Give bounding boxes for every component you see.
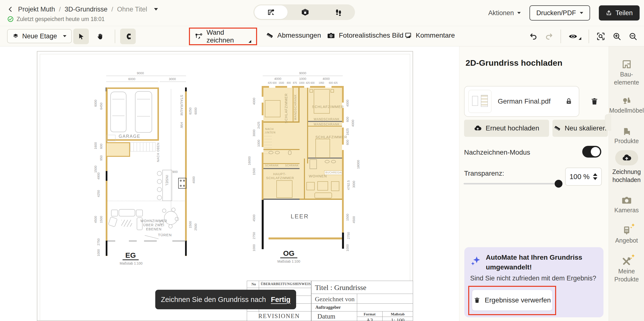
pan-tool-button[interactable] <box>92 29 108 44</box>
camera-icon <box>327 32 335 39</box>
room-label-line: ÜBER ZWEI <box>139 223 169 227</box>
nightstand-glyph <box>310 89 313 93</box>
transparency-slider[interactable] <box>464 183 560 184</box>
sidebar-item-produkte[interactable]: Produkte <box>609 126 644 145</box>
visibility-button[interactable] <box>568 33 581 40</box>
wall-draw-button[interactable]: Wand zeichnen <box>195 29 251 44</box>
window-gap <box>342 145 344 150</box>
back-chevron-icon[interactable] <box>7 6 14 13</box>
zoom-in-icon[interactable] <box>612 32 621 41</box>
plan-2d-icon <box>267 8 275 16</box>
sidebar-item-modellmoebel[interactable]: Modellmöbel <box>609 95 644 115</box>
dimension-line <box>160 82 186 82</box>
top-header: Projekt Muth / 3D-Grundrisse / Ohne Tite… <box>0 0 644 26</box>
comments-button[interactable]: Kommentare <box>404 32 455 39</box>
share-button[interactable]: Teilen <box>599 5 640 21</box>
dimension-label: 600 <box>99 144 103 149</box>
panel-collapse-handle[interactable] <box>605 114 611 130</box>
cloud-upload-icon <box>622 153 632 163</box>
reupload-button[interactable]: Erneut hochladen <box>464 120 549 137</box>
trace-mode-label: Nachzeichnen-Modus <box>464 149 530 156</box>
room-label-leer: LEER <box>288 213 312 220</box>
toast-done-link[interactable]: Fertig <box>271 295 290 304</box>
file-thumbnail <box>468 90 492 113</box>
spinner-up-icon[interactable] <box>593 173 597 176</box>
zoom-fit-icon[interactable] <box>596 32 605 41</box>
breadcrumb-project[interactable]: Projekt Muth <box>18 6 55 13</box>
select-tool-button[interactable] <box>73 29 89 44</box>
room-label-line: EBENEN <box>139 227 169 231</box>
sidebar-item-bauelemente[interactable]: Bau- elemente <box>609 59 644 87</box>
automate-title: AutoMate hat Ihren Grundriss umgewandelt… <box>486 253 582 272</box>
chair-glyph <box>157 187 162 192</box>
new-floor-dropdown[interactable]: Neue Etage <box>7 29 72 43</box>
delete-file-icon[interactable] <box>590 97 598 106</box>
panel-title: 2D-Grundriss hochladen <box>466 58 562 68</box>
transparency-label: Transparenz: <box>464 170 504 177</box>
dimension-label: 2425 <box>257 122 260 129</box>
undo-icon[interactable] <box>529 32 538 41</box>
breadcrumb-section[interactable]: 3D-Grundrisse <box>65 6 108 13</box>
breadcrumb-title[interactable]: Ohne Titel <box>117 6 147 13</box>
transparency-spinner[interactable]: 100 % <box>565 168 602 186</box>
right-sidebar: Bau- elemente Modellmöbel Produkte Zeich… <box>608 47 644 321</box>
sidebar-item-kameras[interactable]: Kameras <box>609 195 644 214</box>
room-label-line: HAUPT- <box>266 172 294 176</box>
snap-magnet-button[interactable] <box>120 29 136 44</box>
og-bottom-wall <box>268 237 342 239</box>
actions-menu-button[interactable]: Aktionen <box>488 9 521 17</box>
chair-glyph <box>157 179 162 184</box>
dimension-label: 4000 <box>270 77 285 81</box>
view-3d-button[interactable] <box>288 5 322 20</box>
transparency-slider-knob[interactable] <box>555 180 562 188</box>
discard-annotation-box: Ergebnisse verwerfen <box>468 286 556 315</box>
furniture-icon <box>622 95 632 106</box>
sidebar-item-label: Kameras <box>609 206 644 214</box>
shower-glyph <box>310 159 317 169</box>
ai-sparkle-icon <box>470 255 481 266</box>
dimension-line <box>263 76 343 76</box>
room-label-schrank: SCHRANK <box>285 164 299 167</box>
sidebar-item-angebot[interactable]: Angebot <box>609 225 644 244</box>
dimension-label: 18000 <box>356 160 360 169</box>
trace-mode-toggle[interactable] <box>582 146 601 158</box>
reupload-label: Erneut hochladen <box>486 124 539 132</box>
photorealistic-button[interactable]: Fotorealistisches Bild <box>327 32 410 39</box>
discard-results-button[interactable]: Ergebnisse verwerfen <box>472 290 552 310</box>
zoom-out-icon[interactable] <box>628 32 638 41</box>
sidebar-item-meine-produkte[interactable]: Meine Produkte <box>609 256 644 283</box>
lock-icon[interactable] <box>565 98 572 105</box>
breadcrumb-separator: / <box>111 6 113 13</box>
rescale-button[interactable]: Neu skalieren <box>552 120 608 137</box>
print-pdf-button[interactable]: Drucken/PDF <box>530 5 590 21</box>
photorealistic-label: Fotorealistisches Bild <box>339 32 404 39</box>
dimension-label: 1000 <box>296 77 310 81</box>
redo-icon[interactable] <box>545 32 553 41</box>
toolbar-divider <box>560 30 561 43</box>
instruction-toast: Zeichnen Sie den Grundriss nach Fertig <box>155 290 296 309</box>
door-opening <box>115 240 129 242</box>
dimensions-button[interactable]: Abmessungen <box>266 32 321 39</box>
titleblock-drawn-by: Gezeichnet von <box>315 295 354 303</box>
window-gap <box>262 147 264 152</box>
spinner-arrows <box>593 173 597 180</box>
view-2d-button[interactable] <box>254 5 288 19</box>
automate-title-line: umgewandelt! <box>486 262 582 272</box>
spinner-down-icon[interactable] <box>593 177 597 180</box>
dimension-label: 4000 <box>319 77 334 81</box>
walkthrough-button[interactable] <box>322 5 355 20</box>
uploaded-file-card[interactable]: German Final.pdf <box>464 86 579 117</box>
sink-glyph <box>331 160 336 163</box>
chair-glyph <box>157 195 162 200</box>
window-gap <box>269 86 275 88</box>
sidebar-item-zeichnung-hochladen[interactable]: Zeichnung hochladen <box>609 150 644 184</box>
table-line <box>247 288 311 288</box>
dimension-label: 1000 <box>257 140 260 147</box>
layers-icon <box>12 33 19 39</box>
active-item-pill <box>615 150 638 165</box>
dimension-label: 1000 <box>252 244 256 251</box>
armchair-icon <box>622 126 632 136</box>
room-label-garage: GARAGE <box>119 134 140 139</box>
title-dropdown-caret-icon[interactable] <box>154 8 158 11</box>
cloud-upload-icon <box>474 124 482 132</box>
